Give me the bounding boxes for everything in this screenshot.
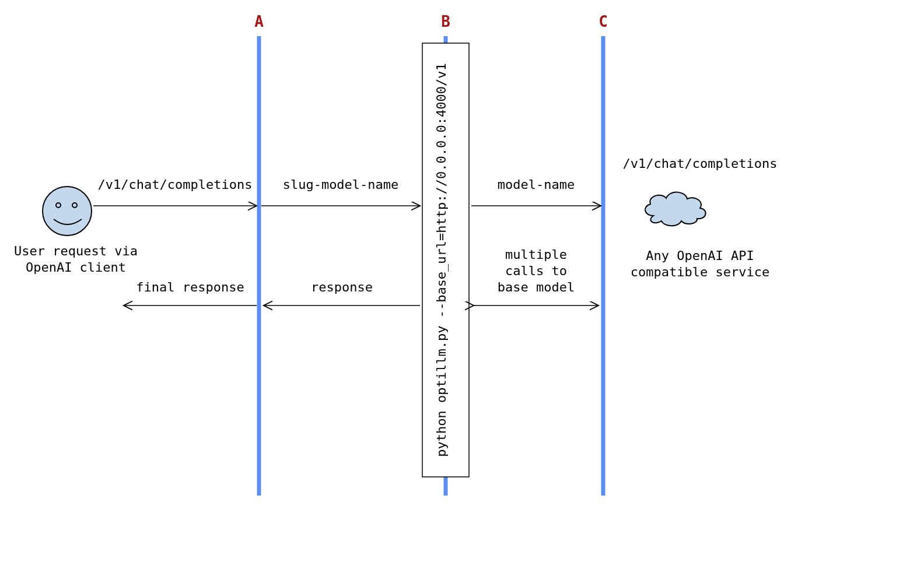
lifeline-b-label: B (441, 13, 450, 30)
user-label-line2: OpenAI client (26, 260, 126, 275)
lifeline-c-label: C (598, 13, 608, 30)
msg-a-to-b: slug-model-name (283, 177, 399, 192)
optillm-command: python optillm.py --base_url=http://0.0.… (434, 63, 449, 457)
cloud-icon (645, 192, 706, 226)
msg-bc-line1: multiple (505, 247, 567, 262)
msg-bc-line3: base model (498, 280, 575, 294)
service-label-line1: Any OpenAI API (646, 248, 754, 263)
msg-b-to-a: response (311, 280, 373, 294)
msg-bc-line2: calls to (505, 264, 567, 278)
user-label-line1: User request via (14, 244, 138, 258)
sequence-diagram: A B C python optillm.py --base_url=http:… (0, 0, 924, 576)
msg-b-to-c: model-name (498, 177, 575, 192)
msg-a-to-user: final response (136, 280, 244, 294)
svg-point-0 (43, 187, 92, 236)
service-label-line2: compatible service (631, 265, 769, 279)
lifeline-a-label: A (254, 13, 264, 30)
user-icon (43, 187, 92, 236)
msg-user-to-a: /v1/chat/completions (98, 177, 253, 192)
service-endpoint: /v1/chat/completions (623, 156, 778, 171)
